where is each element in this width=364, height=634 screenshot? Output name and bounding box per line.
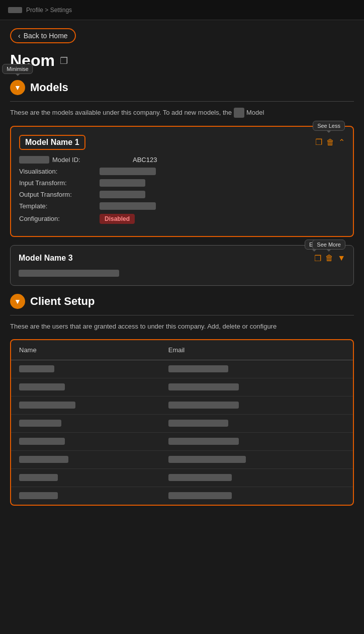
see-more-tooltip: See More xyxy=(312,240,345,250)
model1-id-field: Model ID: ABC123 xyxy=(19,156,345,164)
model1-edit-icon[interactable]: ❐ xyxy=(315,137,322,147)
back-to-home-button[interactable]: ‹ Back to Home xyxy=(10,28,76,43)
table-row: Riley Williamsonriley.william@co.com xyxy=(11,397,353,415)
model1-actions: ❐ 🗑 ⌃ xyxy=(315,137,345,147)
table-row: AnnMarie Reyesann.marie.reyes@co.com xyxy=(11,451,353,469)
model1-header: Model Name 1 ❐ 🗑 ⌃ xyxy=(19,135,345,150)
models-description: These are the models available under thi… xyxy=(10,108,354,118)
model3-delete-icon[interactable]: 🗑 xyxy=(325,254,333,263)
table-row: Jordan Arnoldjordan.arnold@co.com xyxy=(11,378,353,397)
client-setup-description: These are the users that are granted acc… xyxy=(10,322,354,332)
client-name-cell: AnnMarie Reyes xyxy=(11,451,160,469)
models-desc-suffix: Model xyxy=(246,109,264,116)
model-card-1: See Less Model Name 1 ❐ 🗑 ⌃ Model ID: AB… xyxy=(10,126,354,237)
model1-config-value: Disabled xyxy=(100,214,135,224)
client-setup-title: Client Setup xyxy=(30,295,95,308)
client-email-cell: phil.singh@co.com xyxy=(160,415,353,433)
table-row: Philip Singhphil.singh@co.com xyxy=(11,415,353,433)
model-card-3: Edit See More Model Name 3 ❐ 🗑 ▼ xyxy=(10,245,354,286)
model1-output-label: Output Transform: xyxy=(19,191,100,198)
col-name-header: Name xyxy=(11,340,160,360)
model1-vis-value xyxy=(100,168,156,175)
model3-name: Model Name 3 xyxy=(19,254,73,263)
table-row: Marie Colemanmarie.coleman@co.com xyxy=(11,433,353,451)
client-name-cell: Jordan Arnold xyxy=(11,378,160,397)
client-name-cell: Alex Walker xyxy=(11,487,160,505)
model1-output-field: Output Transform: xyxy=(19,191,345,198)
table-row: Alex Walkeralex.walker@co.com xyxy=(11,487,353,505)
model1-name: Model Name 1 xyxy=(19,135,85,150)
client-setup-divider xyxy=(10,315,354,315)
model1-template-label: Template: xyxy=(19,202,100,210)
models-desc-blurred xyxy=(234,108,245,118)
model3-url-row xyxy=(19,269,345,277)
model3-url-value xyxy=(19,270,119,277)
see-less-tooltip: See Less xyxy=(313,121,345,131)
client-setup-section: ▼ Client Setup These are the users that … xyxy=(10,294,354,506)
models-desc-text: These are the models available under thi… xyxy=(10,109,232,116)
company-header: Neom ❐ xyxy=(10,51,354,70)
models-section-header: Minimise ▼ Models xyxy=(10,80,354,95)
chevron-left-icon: ‹ xyxy=(18,32,21,40)
client-setup-header: ▼ Client Setup xyxy=(10,294,354,309)
table-row: Todd Mortontodd.morton@co.com xyxy=(11,469,353,487)
model1-collapse-icon[interactable]: ⌃ xyxy=(338,137,345,147)
table-header-row: Name Email xyxy=(11,340,353,360)
model1-input-field: Input Transform: xyxy=(19,179,345,187)
table-row: John Tracyjohn.tracy@co.com xyxy=(11,360,353,378)
client-setup-collapse-button[interactable]: ▼ xyxy=(10,294,25,309)
main-content: ‹ Back to Home Neom ❐ Minimise ▼ Models … xyxy=(0,20,364,514)
top-nav: Profile > Settings xyxy=(0,0,364,20)
external-link-icon[interactable]: ❐ xyxy=(60,55,68,66)
client-email-cell: ann.marie.reyes@co.com xyxy=(160,451,353,469)
model1-id-value: ABC123 xyxy=(133,156,157,164)
model1-config-field: Configuration: Disabled xyxy=(19,214,345,224)
model1-input-label: Input Transform: xyxy=(19,179,100,187)
model1-id-blurred-label xyxy=(19,156,49,164)
client-name-cell: Riley Williamson xyxy=(11,397,160,415)
model3-expand-icon[interactable]: ▼ xyxy=(337,254,345,263)
client-name-cell: Philip Singh xyxy=(11,415,160,433)
model1-config-label: Configuration: xyxy=(19,215,100,222)
client-name-cell: John Tracy xyxy=(11,360,160,378)
models-section: Minimise ▼ Models These are the models a… xyxy=(10,80,354,286)
models-collapse-button[interactable]: ▼ xyxy=(10,80,25,95)
model1-delete-icon[interactable]: 🗑 xyxy=(326,138,334,147)
nav-breadcrumb: Profile > Settings xyxy=(26,7,72,14)
model1-template-field: Template: xyxy=(19,202,345,210)
client-table: Name Email John Tracyjohn.tracy@co.comJo… xyxy=(11,340,353,505)
model3-header: Model Name 3 ❐ 🗑 ▼ xyxy=(19,254,345,263)
col-email-header: Email xyxy=(160,340,353,360)
client-name-cell: Marie Coleman xyxy=(11,433,160,451)
model1-vis-field: Visualisation: xyxy=(19,168,345,175)
model1-id-label: Model ID: xyxy=(52,156,133,164)
model3-actions: ❐ 🗑 ▼ xyxy=(314,254,345,263)
client-table-wrapper: Name Email John Tracyjohn.tracy@co.comJo… xyxy=(10,339,354,506)
logo xyxy=(8,7,22,13)
model1-vis-label: Visualisation: xyxy=(19,168,100,175)
client-email-cell: john.tracy@co.com xyxy=(160,360,353,378)
models-section-title: Models xyxy=(30,81,68,94)
models-divider xyxy=(10,101,354,102)
model1-template-value xyxy=(100,202,156,210)
client-email-cell: riley.william@co.com xyxy=(160,397,353,415)
client-name-cell: Todd Morton xyxy=(11,469,160,487)
minimise-tooltip-container: Minimise ▼ xyxy=(10,80,25,95)
client-email-cell: marie.coleman@co.com xyxy=(160,433,353,451)
model1-output-value xyxy=(100,191,145,198)
model3-edit-icon[interactable]: ❐ xyxy=(314,254,321,263)
company-name: Neom xyxy=(10,51,55,70)
back-button-label: Back to Home xyxy=(24,32,68,40)
model1-input-value xyxy=(100,179,145,187)
client-email-cell: jordan.arnold@co.com xyxy=(160,378,353,397)
client-email-cell: alex.walker@co.com xyxy=(160,487,353,505)
client-email-cell: todd.morton@co.com xyxy=(160,469,353,487)
